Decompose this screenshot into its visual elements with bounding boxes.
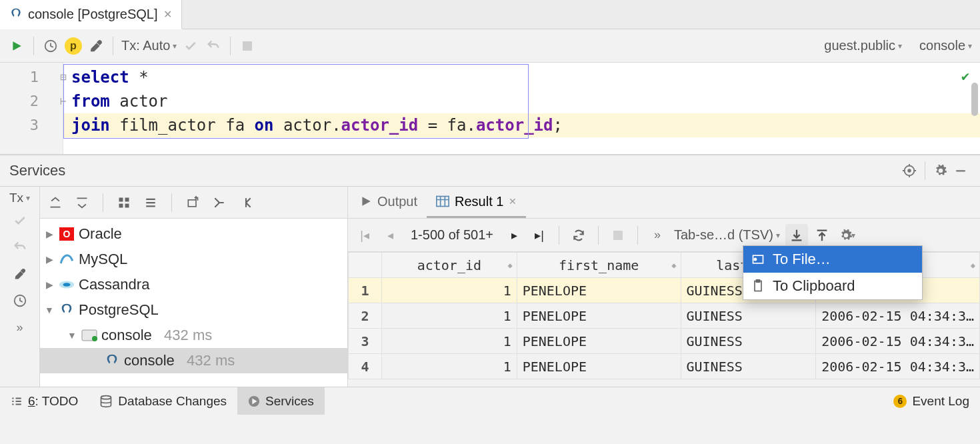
cell-first-name[interactable]: PENELOPE: [517, 303, 681, 329]
cell-first-name[interactable]: PENELOPE: [517, 278, 681, 303]
add-icon[interactable]: [181, 191, 204, 214]
first-page-icon[interactable]: |◂: [353, 224, 376, 247]
tree-row-console[interactable]: ▼console 432 ms: [40, 323, 347, 348]
close-icon[interactable]: ✕: [509, 196, 517, 207]
table-row[interactable]: 31PENELOPEGUINESS2006-02-15 04:34:3…: [349, 329, 980, 354]
commit-button[interactable]: [179, 35, 202, 57]
tree-arrow-icon[interactable]: ▼: [67, 330, 77, 341]
editor-tab-console[interactable]: console [PostgreSQL] ✕: [0, 0, 182, 29]
history-icon[interactable]: [39, 35, 62, 57]
download-button[interactable]: [785, 224, 808, 247]
stop-icon[interactable]: [607, 224, 629, 247]
cell-actor-id[interactable]: 1: [382, 278, 517, 303]
last-page-icon[interactable]: ▸|: [528, 224, 551, 247]
cell-timestamp[interactable]: 2006-02-15 04:34:3…: [816, 354, 980, 379]
scrollbar-thumb[interactable]: [971, 83, 978, 116]
column-header[interactable]: actor_id◆: [382, 253, 517, 278]
cell-last-name[interactable]: GUINESS: [681, 329, 816, 354]
output-tab[interactable]: Output: [351, 187, 427, 218]
merge-icon[interactable]: [208, 191, 231, 214]
gear-icon[interactable]: [931, 161, 951, 181]
sql-editor[interactable]: 1 2 3 ⊟⊢ select * from actor join film_a…: [0, 63, 980, 155]
commit-icon[interactable]: [7, 209, 33, 232]
export-format-dropdown[interactable]: Tab-se…d (TSV) ▾: [671, 227, 783, 243]
settings-icon[interactable]: [85, 35, 107, 57]
cell-actor-id[interactable]: 1: [382, 329, 517, 354]
grid-view-icon[interactable]: [113, 191, 135, 214]
tree-row-mysql[interactable]: ▶MySQL: [40, 247, 347, 272]
clock-icon[interactable]: [7, 289, 33, 312]
tree-row-oracle[interactable]: ▶OOracle: [40, 221, 347, 247]
target-icon[interactable]: [899, 161, 919, 181]
sort-icon[interactable]: ◆: [971, 261, 975, 270]
more-icon[interactable]: »: [646, 224, 669, 247]
collapse-all-icon[interactable]: [71, 191, 93, 214]
rollback-icon[interactable]: [7, 236, 33, 259]
row-number: 1: [349, 278, 382, 303]
schema-dropdown[interactable]: guest.public ▾: [821, 38, 905, 53]
editor-tab-title: console [PostgreSQL]: [28, 7, 158, 22]
cell-first-name[interactable]: PENELOPE: [517, 354, 681, 379]
next-page-icon[interactable]: ▸: [503, 224, 525, 247]
status-todo[interactable]: 6: TODO: [0, 387, 89, 415]
close-icon[interactable]: ✕: [163, 8, 172, 21]
svg-rect-1: [243, 41, 252, 51]
inspection-ok-icon[interactable]: ✔: [961, 68, 969, 84]
editor-gutter: 1 2 3: [0, 63, 63, 154]
editor-code[interactable]: select * from actor join film_actor fa o…: [63, 63, 980, 154]
reload-icon[interactable]: [567, 224, 590, 247]
tree-arrow-icon[interactable]: ▶: [44, 279, 55, 290]
export-to-file[interactable]: To File…: [743, 246, 922, 273]
cassandra-icon: [59, 278, 75, 291]
grid-corner: [349, 253, 382, 278]
table-row[interactable]: 41PENELOPEGUINESS2006-02-15 04:34:3…: [349, 354, 980, 379]
services-title: Services: [9, 162, 65, 179]
upload-button[interactable]: [811, 224, 833, 247]
table-row[interactable]: 21PENELOPEGUINESS2006-02-15 04:34:3…: [349, 303, 980, 329]
cell-last-name[interactable]: GUINESS: [681, 354, 816, 379]
cell-timestamp[interactable]: 2006-02-15 04:34:3…: [816, 303, 980, 329]
cell-first-name[interactable]: PENELOPE: [517, 329, 681, 354]
more-icon[interactable]: »: [7, 316, 33, 339]
rollback-button[interactable]: [202, 35, 225, 57]
status-event-log[interactable]: 6 Event Log: [883, 387, 980, 415]
gear-icon[interactable]: ▾: [836, 224, 859, 247]
services-tree[interactable]: ▶OOracle▶MySQL▶Cassandra▼PostgreSQL▼cons…: [40, 219, 347, 387]
postgres-icon: [59, 303, 75, 317]
column-header[interactable]: first_name◆: [517, 253, 681, 278]
status-services[interactable]: Services: [237, 387, 325, 415]
tx-mode-dropdown[interactable]: Tx: Auto ▾: [119, 38, 179, 53]
console-dropdown[interactable]: console ▾: [917, 38, 975, 53]
expand-all-icon[interactable]: [44, 191, 67, 214]
tree-row-console[interactable]: console 432 ms: [40, 348, 347, 373]
minimize-icon[interactable]: [951, 161, 971, 181]
svg-rect-7: [125, 197, 129, 201]
svg-text:O: O: [63, 229, 71, 239]
export-to-clipboard[interactable]: To Clipboard: [743, 273, 922, 299]
status-database-changes[interactable]: Database Changes: [89, 387, 237, 415]
sort-icon[interactable]: ◆: [671, 261, 676, 270]
sort-icon[interactable]: ◆: [507, 261, 512, 270]
result-tab[interactable]: Result 1 ✕: [427, 187, 526, 218]
prev-page-icon[interactable]: ◂: [379, 224, 401, 247]
tree-arrow-icon[interactable]: ▶: [44, 254, 55, 265]
stop-button[interactable]: [236, 35, 259, 57]
chevron-down-icon: ▾: [898, 41, 902, 51]
cell-last-name[interactable]: GUINESS: [681, 303, 816, 329]
tree-row-cassandra[interactable]: ▶Cassandra: [40, 272, 347, 297]
cell-actor-id[interactable]: 1: [382, 354, 517, 379]
run-button[interactable]: [5, 35, 28, 57]
tree-row-postgresql[interactable]: ▼PostgreSQL: [40, 297, 347, 323]
tree-arrow-icon[interactable]: ▼: [44, 305, 55, 315]
cell-actor-id[interactable]: 1: [382, 303, 517, 329]
list-view-icon[interactable]: [139, 191, 162, 214]
tree-suffix: 432 ms: [179, 352, 235, 369]
parameters-button[interactable]: p: [62, 35, 85, 57]
split-icon[interactable]: [235, 191, 257, 214]
tree-arrow-icon[interactable]: ▶: [44, 229, 55, 239]
row-number: 2: [349, 303, 382, 329]
wrench-icon[interactable]: [7, 263, 33, 285]
tx-button[interactable]: Tx▾: [7, 191, 33, 205]
cell-timestamp[interactable]: 2006-02-15 04:34:3…: [816, 329, 980, 354]
svg-point-16: [92, 336, 97, 341]
